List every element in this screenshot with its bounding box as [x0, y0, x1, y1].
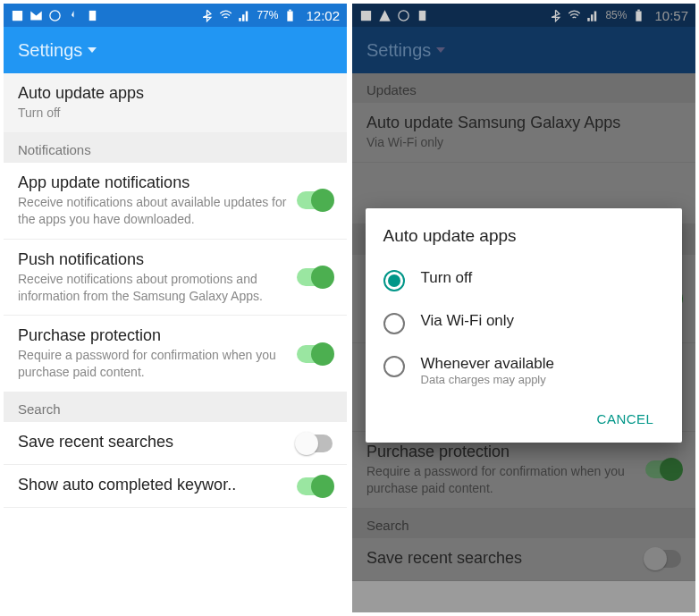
- row-app-update-notifications[interactable]: App update notifications Receive notific…: [4, 163, 347, 240]
- row-show-auto-completed[interactable]: Show auto completed keywor..: [4, 465, 347, 508]
- dialog-auto-update-apps: Auto update apps Turn off Via Wi-Fi only: [366, 208, 683, 443]
- wifi-icon: [219, 9, 232, 22]
- setting-title: Push notifications: [18, 250, 290, 269]
- download-icon: [416, 9, 429, 22]
- row-push-notifications[interactable]: Push notifications Receive notifications…: [4, 240, 347, 316]
- svg-point-1: [50, 10, 60, 20]
- modal-overlay[interactable]: Auto update apps Turn off Via Wi-Fi only: [352, 73, 695, 612]
- svg-rect-2: [89, 10, 97, 20]
- setting-title: Show auto completed keywor..: [18, 476, 290, 494]
- clock-text: 10:57: [654, 8, 688, 23]
- image-icon: [11, 9, 24, 22]
- section-search: Search: [4, 392, 347, 422]
- toggle-push-notifications[interactable]: [297, 268, 333, 286]
- row-auto-update-apps[interactable]: Auto update apps Turn off: [4, 73, 347, 133]
- svg-point-6: [399, 10, 408, 20]
- svg-rect-0: [13, 10, 22, 20]
- appbar-title: Settings: [366, 40, 431, 61]
- svg-rect-4: [290, 9, 292, 11]
- appbar-title: Settings: [18, 40, 82, 61]
- radio-label: Turn off: [421, 269, 473, 287]
- status-bar: 77% 12:02: [4, 4, 347, 27]
- setting-sub: Receive notifications about promotions a…: [18, 271, 290, 305]
- cancel-button[interactable]: CANCEL: [586, 404, 665, 434]
- clipboard-icon: [86, 9, 99, 22]
- radio-sub: Data charges may apply: [421, 373, 554, 386]
- signal-icon: [238, 9, 251, 22]
- swirl-icon: [397, 9, 410, 22]
- bluetooth-icon: [200, 9, 214, 22]
- signal-icon: [586, 9, 600, 22]
- setting-sub: Receive notifications about available up…: [18, 194, 290, 228]
- svg-rect-3: [288, 11, 293, 21]
- toggle-app-update-notifications[interactable]: [297, 191, 333, 209]
- phone-left: 77% 12:02 Settings Auto update apps Turn…: [4, 4, 347, 612]
- wifi-icon: [568, 9, 581, 22]
- toggle-save-recent-searches[interactable]: [297, 435, 333, 452]
- status-bar: 85% 10:57: [352, 4, 695, 27]
- radio-icon: [383, 356, 405, 377]
- setting-sub: Turn off: [18, 105, 325, 122]
- svg-rect-9: [638, 9, 641, 11]
- radio-label: Whenever available: [421, 355, 554, 373]
- warning-icon: [378, 9, 392, 22]
- download-icon: [67, 9, 80, 22]
- radio-option-whenever-available[interactable]: Whenever available Data charges may appl…: [383, 344, 665, 397]
- setting-title: App update notifications: [18, 173, 290, 192]
- app-bar[interactable]: Settings: [4, 27, 347, 73]
- battery-icon: [283, 9, 297, 22]
- image-icon: [359, 9, 373, 22]
- app-bar[interactable]: Settings: [352, 27, 695, 73]
- setting-title: Auto update apps: [18, 84, 325, 103]
- radio-option-turn-off[interactable]: Turn off: [383, 258, 665, 301]
- dialog-title: Auto update apps: [383, 226, 665, 246]
- chevron-down-icon: [88, 47, 97, 53]
- chevron-down-icon: [436, 47, 445, 53]
- battery-text: 85%: [605, 9, 627, 21]
- battery-text: 77%: [257, 9, 278, 21]
- setting-sub: Require a password for confirmation when…: [18, 347, 290, 381]
- radio-label: Via Wi-Fi only: [421, 312, 515, 330]
- row-purchase-protection[interactable]: Purchase protection Require a password f…: [4, 316, 347, 392]
- svg-rect-7: [419, 10, 426, 20]
- swirl-icon: [48, 9, 62, 22]
- mail-icon: [29, 9, 43, 22]
- radio-icon: [383, 313, 405, 334]
- radio-icon: [383, 270, 405, 291]
- radio-option-via-wifi[interactable]: Via Wi-Fi only: [383, 301, 665, 344]
- row-save-recent-searches[interactable]: Save recent searches: [4, 422, 347, 465]
- settings-list: Auto update apps Turn off Notifications …: [4, 73, 347, 612]
- toggle-purchase-protection[interactable]: [297, 345, 333, 363]
- bluetooth-icon: [549, 9, 562, 22]
- setting-title: Save recent searches: [18, 433, 290, 451]
- setting-title: Purchase protection: [18, 326, 290, 345]
- section-notifications: Notifications: [4, 133, 347, 163]
- clock-text: 12:02: [306, 8, 340, 23]
- svg-rect-8: [636, 11, 642, 21]
- battery-icon: [632, 9, 645, 22]
- toggle-show-auto-completed[interactable]: [297, 477, 333, 495]
- svg-rect-5: [361, 10, 371, 20]
- phone-right: 85% 10:57 Settings Updates Auto update S…: [352, 4, 695, 612]
